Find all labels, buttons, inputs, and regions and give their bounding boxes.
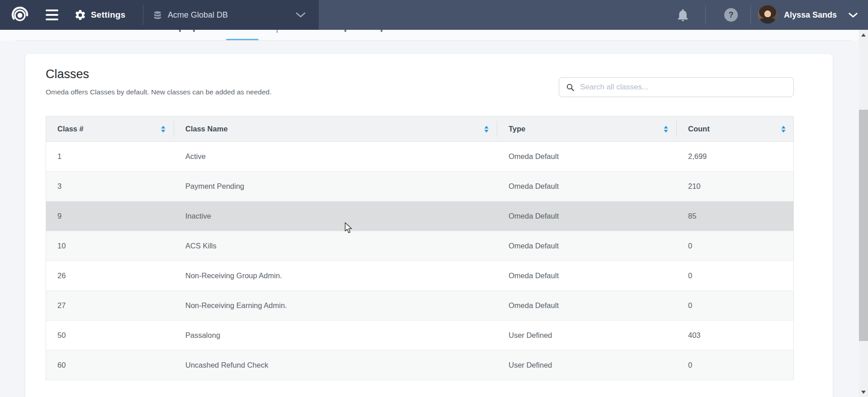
user-name-label[interactable]: Alyssa Sands — [784, 0, 837, 30]
cell-class-num: 27 — [46, 291, 174, 320]
database-chevron-down-icon[interactable] — [295, 0, 306, 30]
table-body: 1 Active Omeda Default 2,699 3 Payment P… — [46, 142, 794, 380]
table-row[interactable]: 3 Payment Pending Omeda Default 210 — [46, 172, 793, 201]
column-header-type[interactable]: Type — [497, 117, 677, 141]
table-row[interactable]: 60 Uncashed Refund Check User Defined 0 — [46, 350, 793, 380]
tab-bar-partial[interactable] — [0, 30, 859, 41]
sort-icon[interactable] — [160, 125, 166, 133]
tab-text-descender — [179, 30, 181, 32]
nav-divider — [143, 5, 143, 25]
cell-class-name: Active — [174, 142, 497, 171]
search-input[interactable] — [575, 78, 793, 97]
cell-type: Omeda Default — [497, 231, 677, 261]
column-label: Class # — [57, 125, 84, 133]
cell-class-name: ACS Kills — [174, 231, 497, 261]
column-header-class-name[interactable]: Class Name — [174, 117, 497, 141]
cell-count: 2,699 — [677, 142, 794, 171]
cell-type: Omeda Default — [497, 172, 677, 201]
cell-class-name: Non-Receiving Earning Admin. — [174, 291, 497, 320]
table-header-row: Class # Class Name Type — [46, 116, 794, 142]
notifications-bell-icon[interactable] — [675, 0, 690, 30]
table-row[interactable]: 26 Non-Receiving Group Admin. Omeda Defa… — [46, 261, 793, 291]
column-label: Class Name — [185, 125, 228, 133]
classes-table: Class # Class Name Type — [46, 116, 794, 380]
search-box[interactable] — [559, 77, 794, 97]
page-title: Classes — [46, 67, 89, 81]
cell-class-num: 9 — [46, 201, 174, 231]
scrollbar-down-arrow-icon[interactable] — [861, 391, 866, 394]
page-description: Omeda offers Classes by default. New cla… — [46, 88, 271, 96]
cell-class-name: Payment Pending — [174, 172, 497, 201]
sort-icon[interactable] — [663, 125, 669, 133]
tab-text-descender — [381, 30, 382, 32]
cell-class-name: Non-Receiving Group Admin. — [174, 261, 497, 290]
cell-class-name: Passalong — [174, 321, 497, 350]
cell-class-num: 10 — [46, 231, 174, 261]
classes-panel: Classes Omeda offers Classes by default.… — [25, 53, 833, 397]
table-row[interactable]: 27 Non-Receiving Earning Admin. Omeda De… — [46, 291, 793, 321]
tab-text-descender — [277, 30, 278, 33]
cell-count: 210 — [677, 172, 794, 201]
tabstrip-border — [15, 40, 853, 41]
cell-class-name: Inactive — [174, 201, 497, 231]
table-row[interactable]: 10 ACS Kills Omeda Default 0 — [46, 231, 793, 261]
cell-type: Omeda Default — [497, 201, 677, 231]
vertical-scrollbar[interactable] — [859, 30, 868, 397]
nav-divider — [750, 5, 751, 25]
tab-text-descender — [193, 30, 195, 32]
omeda-logo-icon[interactable] — [11, 0, 29, 30]
cell-count: 0 — [677, 350, 794, 380]
top-navbar: Settings Acme Global DB ? Alyssa Sands — [0, 0, 868, 30]
cell-class-num: 1 — [46, 142, 174, 171]
settings-gear-icon[interactable] — [74, 0, 86, 30]
cell-class-num: 26 — [46, 261, 174, 290]
scrollbar-up-arrow-icon[interactable] — [861, 33, 866, 37]
scrollbar-thumb[interactable] — [859, 110, 868, 341]
cell-count: 0 — [677, 231, 794, 261]
tab-text-descender — [344, 30, 346, 32]
table-row[interactable]: 50 Passalong User Defined 403 — [46, 321, 793, 350]
column-header-count[interactable]: Count — [677, 117, 794, 141]
cell-type: User Defined — [497, 350, 677, 380]
user-avatar[interactable] — [758, 5, 777, 24]
cell-type: User Defined — [497, 321, 677, 350]
column-label: Type — [509, 125, 525, 133]
cell-class-name: Uncashed Refund Check — [174, 350, 497, 380]
cell-count: 403 — [677, 321, 794, 350]
user-menu-chevron-down-icon[interactable] — [848, 0, 858, 30]
nav-divider — [705, 5, 706, 25]
cell-class-num: 50 — [46, 321, 174, 350]
help-icon[interactable]: ? — [724, 8, 738, 22]
database-icon — [152, 0, 163, 30]
cell-type: Omeda Default — [497, 261, 677, 290]
help-question-glyph: ? — [729, 10, 734, 20]
cell-count: 85 — [677, 201, 794, 231]
cell-count: 0 — [677, 261, 794, 290]
sort-icon[interactable] — [781, 125, 786, 133]
table-row-hovered[interactable]: 9 Inactive Omeda Default 85 — [46, 201, 793, 231]
database-selector-label[interactable]: Acme Global DB — [168, 0, 228, 30]
column-header-class-num[interactable]: Class # — [46, 117, 174, 141]
sort-icon[interactable] — [484, 125, 489, 133]
nav-settings-label[interactable]: Settings — [91, 0, 126, 30]
table-row[interactable]: 1 Active Omeda Default 2,699 — [46, 142, 793, 172]
cell-class-num: 60 — [46, 350, 174, 380]
cell-type: Omeda Default — [497, 291, 677, 320]
cell-class-num: 3 — [46, 172, 174, 201]
cell-count: 0 — [677, 291, 794, 320]
column-label: Count — [688, 125, 710, 133]
menu-hamburger-icon[interactable] — [46, 0, 58, 30]
cell-type: Omeda Default — [497, 142, 677, 171]
search-icon — [566, 83, 575, 92]
screen: Settings Acme Global DB ? Alyssa Sands — [0, 0, 868, 397]
